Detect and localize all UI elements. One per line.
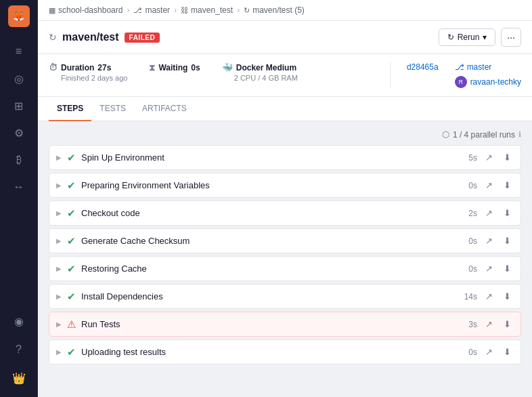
- step-download-icon[interactable]: ⬇: [501, 262, 514, 275]
- sidebar-item-menu[interactable]: ≡: [7, 39, 31, 64]
- header-actions: ↻ Rerun ▾ ···: [439, 28, 521, 47]
- step-duration: 0s: [464, 181, 477, 190]
- sidebar-item-upgrade[interactable]: 👑: [7, 366, 31, 390]
- breadcrumb: ▦ school-dashboard › ⎇ master › ⛓ maven_…: [38, 0, 532, 21]
- error-icon: ⚠: [67, 318, 76, 331]
- step-external-link-icon[interactable]: ↗: [483, 318, 495, 331]
- step-chevron-icon[interactable]: ▶: [56, 237, 62, 245]
- runner-sub: 2 CPU / 4 GB RAM: [222, 74, 298, 82]
- breadcrumb-sep-2: ›: [174, 5, 177, 15]
- sidebar-item-projects[interactable]: ◎: [7, 66, 31, 91]
- username-label: ravaan-techky: [470, 77, 521, 87]
- sidebar-avatar[interactable]: 🦊: [8, 5, 30, 27]
- sidebar-item-billing[interactable]: ₿: [7, 148, 31, 172]
- duration-value: 27s: [97, 63, 111, 72]
- step-name: Restoring Cache: [81, 264, 458, 274]
- step-name: Run Tests: [81, 319, 458, 329]
- info-section: ⏱ Duration 27s Finished 2 days ago ⧗ Wai…: [38, 54, 532, 97]
- commit-link[interactable]: d28465a: [407, 62, 439, 72]
- success-icon: ✔: [67, 263, 76, 275]
- step-chevron-icon[interactable]: ▶: [56, 348, 62, 356]
- success-icon: ✔: [67, 207, 76, 220]
- tab-tests[interactable]: TESTS: [91, 97, 134, 121]
- step-duration: 3s: [464, 320, 477, 329]
- breadcrumb-item-pipeline[interactable]: ⛓ maven_test: [181, 5, 233, 15]
- step-chevron-icon[interactable]: ▶: [56, 293, 62, 300]
- step-download-icon[interactable]: ⬇: [501, 207, 514, 220]
- info-left: ⏱ Duration 27s Finished 2 days ago ⧗ Wai…: [49, 62, 391, 88]
- step-name: Spin Up Environment: [81, 152, 458, 163]
- info-icon: ℹ: [518, 130, 521, 139]
- step-duration: 2s: [464, 209, 477, 218]
- step-duration: 14s: [464, 292, 477, 301]
- step-external-link-icon[interactable]: ↗: [483, 234, 495, 247]
- step-download-icon[interactable]: ⬇: [501, 318, 514, 331]
- step-external-link-icon[interactable]: ↗: [483, 346, 495, 358]
- steps-content: ⬡ 1 / 4 parallel runs ℹ ▶ ✔ Spin Up Envi…: [38, 121, 532, 397]
- step-external-link-icon[interactable]: ↗: [483, 207, 495, 220]
- sidebar-item-grid[interactable]: ⊞: [7, 93, 31, 118]
- steps-list: ▶ ✔ Spin Up Environment 5s ↗ ⬇ ▶ ✔ Prepa…: [49, 145, 521, 364]
- step-duration: 0s: [464, 236, 477, 246]
- sidebar-item-activity[interactable]: ◉: [7, 309, 31, 333]
- finished-value: 2 days ago: [91, 74, 128, 82]
- branch-link[interactable]: ⎇ master: [455, 62, 521, 72]
- step-download-icon[interactable]: ⬇: [501, 234, 514, 247]
- step-row: ▶ ✔ Preparing Environment Variables 0s ↗…: [49, 173, 521, 198]
- breadcrumb-item-repo[interactable]: ▦ school-dashboard: [49, 5, 123, 15]
- sidebar-item-help[interactable]: ?: [7, 337, 31, 362]
- tab-artifacts[interactable]: ARTIFACTS: [134, 97, 195, 121]
- step-row: ▶ ⚠ Run Tests 3s ↗ ⬇: [49, 312, 521, 337]
- step-external-link-icon[interactable]: ↗: [483, 290, 495, 303]
- success-icon: ✔: [67, 346, 76, 358]
- rerun-icon: ↻: [447, 33, 454, 42]
- success-icon: ✔: [67, 152, 76, 164]
- duration-label: Duration: [61, 63, 94, 72]
- parallel-info: ⬡ 1 / 4 parallel runs ℹ: [49, 129, 521, 140]
- rerun-button[interactable]: ↻ Rerun ▾: [439, 28, 496, 46]
- step-row: ▶ ✔ Checkout code 2s ↗ ⬇: [49, 201, 521, 226]
- sidebar-item-settings[interactable]: ⚙: [7, 121, 31, 145]
- status-badge: FAILED: [125, 33, 160, 43]
- step-chevron-icon[interactable]: ▶: [56, 209, 62, 217]
- step-external-link-icon[interactable]: ↗: [483, 262, 495, 275]
- step-download-icon[interactable]: ⬇: [501, 179, 514, 192]
- success-icon: ✔: [67, 291, 76, 303]
- step-external-link-icon[interactable]: ↗: [483, 151, 495, 164]
- sidebar: 🦊 ≡ ◎ ⊞ ⚙ ₿ ↔ ◉ ? 👑: [0, 0, 38, 397]
- step-chevron-icon[interactable]: ▶: [56, 265, 62, 272]
- breadcrumb-item-branch[interactable]: ⎇ master: [133, 5, 170, 15]
- step-chevron-icon[interactable]: ▶: [56, 154, 62, 161]
- step-chevron-icon[interactable]: ▶: [56, 182, 62, 189]
- clock-icon: ⏱: [49, 62, 58, 72]
- step-external-link-icon[interactable]: ↗: [483, 179, 495, 192]
- step-row: ▶ ✔ Install Dependencies 14s ↗ ⬇: [49, 284, 521, 309]
- step-row: ▶ ✔ Restoring Cache 0s ↗ ⬇: [49, 256, 521, 281]
- more-button[interactable]: ···: [501, 28, 521, 47]
- waiting-label: Waiting: [158, 63, 187, 72]
- step-download-icon[interactable]: ⬇: [501, 346, 514, 358]
- tabs-bar: STEPS TESTS ARTIFACTS: [38, 97, 532, 121]
- step-row: ▶ ✔ Generate Cache Checksum 0s ↗ ⬇: [49, 228, 521, 253]
- repo-icon: ▦: [49, 6, 56, 15]
- run-icon: ↻: [244, 6, 250, 15]
- user-avatar: R: [455, 76, 467, 88]
- info-waiting: ⧗ Waiting 0s: [149, 62, 200, 88]
- success-icon: ✔: [67, 235, 76, 247]
- waiting-value: 0s: [191, 63, 200, 72]
- step-download-icon[interactable]: ⬇: [501, 151, 514, 164]
- runner-label: Docker Medium: [236, 63, 296, 72]
- parallel-icon: ⬡: [442, 129, 449, 140]
- breadcrumb-item-run[interactable]: ↻ maven/test (5): [244, 5, 305, 15]
- sidebar-item-transfer[interactable]: ↔: [7, 175, 31, 199]
- tab-steps[interactable]: STEPS: [49, 97, 91, 121]
- step-row: ▶ ✔ Spin Up Environment 5s ↗ ⬇: [49, 145, 521, 170]
- step-duration: 5s: [464, 153, 477, 163]
- step-chevron-icon[interactable]: ▶: [56, 320, 62, 328]
- info-runner: 🐳 Docker Medium 2 CPU / 4 GB RAM: [222, 62, 298, 88]
- step-name: Uploading test results: [81, 347, 458, 357]
- step-download-icon[interactable]: ⬇: [501, 290, 514, 303]
- breadcrumb-sep-3: ›: [237, 5, 240, 15]
- step-name: Checkout code: [81, 208, 458, 218]
- main-content: ▦ school-dashboard › ⎇ master › ⛓ maven_…: [38, 0, 532, 397]
